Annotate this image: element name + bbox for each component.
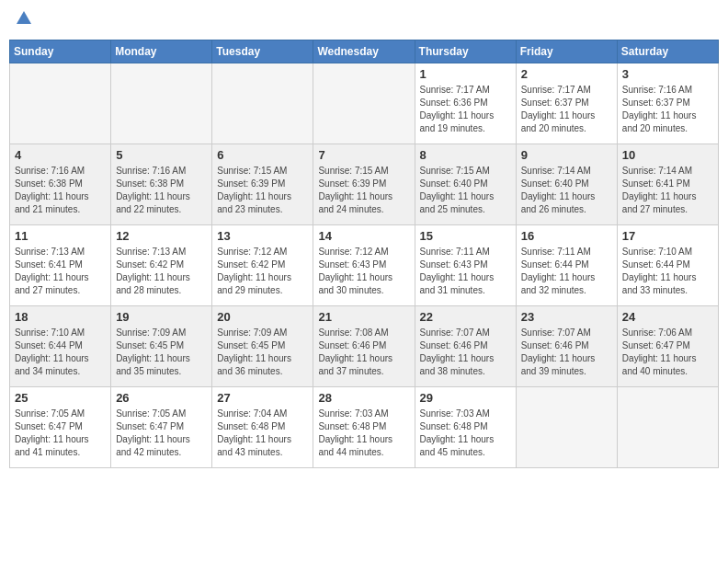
day-info: Sunrise: 7:14 AM Sunset: 6:40 PM Dayligh… [521, 165, 612, 216]
day-number: 13 [217, 229, 308, 243]
header [9, 9, 719, 32]
calendar-cell: 7Sunrise: 7:15 AM Sunset: 6:39 PM Daylig… [313, 144, 415, 225]
calendar-table: SundayMondayTuesdayWednesdayThursdayFrid… [9, 40, 719, 468]
day-number: 5 [116, 148, 207, 162]
header-friday: Friday [516, 40, 617, 63]
calendar-cell: 16Sunrise: 7:11 AM Sunset: 6:44 PM Dayli… [516, 225, 617, 306]
day-number: 7 [318, 148, 409, 162]
day-number: 3 [622, 67, 713, 81]
day-info: Sunrise: 7:15 AM Sunset: 6:39 PM Dayligh… [318, 165, 409, 216]
header-thursday: Thursday [415, 40, 516, 63]
calendar-cell: 12Sunrise: 7:13 AM Sunset: 6:42 PM Dayli… [111, 225, 212, 306]
day-number: 23 [521, 310, 612, 324]
day-info: Sunrise: 7:07 AM Sunset: 6:46 PM Dayligh… [521, 327, 612, 378]
day-info: Sunrise: 7:17 AM Sunset: 6:37 PM Dayligh… [521, 84, 612, 135]
calendar-cell: 6Sunrise: 7:15 AM Sunset: 6:39 PM Daylig… [212, 144, 313, 225]
day-number: 10 [622, 148, 713, 162]
day-info: Sunrise: 7:15 AM Sunset: 6:40 PM Dayligh… [420, 165, 511, 216]
calendar-week-row: 11Sunrise: 7:13 AM Sunset: 6:41 PM Dayli… [10, 225, 719, 306]
day-number: 6 [217, 148, 308, 162]
calendar-week-row: 4Sunrise: 7:16 AM Sunset: 6:38 PM Daylig… [10, 144, 719, 225]
day-info: Sunrise: 7:09 AM Sunset: 6:45 PM Dayligh… [116, 327, 207, 378]
calendar-cell: 5Sunrise: 7:16 AM Sunset: 6:38 PM Daylig… [111, 144, 212, 225]
header-saturday: Saturday [617, 40, 718, 63]
day-number: 14 [318, 229, 409, 243]
day-info: Sunrise: 7:16 AM Sunset: 6:37 PM Dayligh… [622, 84, 713, 135]
day-info: Sunrise: 7:07 AM Sunset: 6:46 PM Dayligh… [420, 327, 511, 378]
day-info: Sunrise: 7:03 AM Sunset: 6:48 PM Dayligh… [318, 408, 409, 459]
calendar-cell: 25Sunrise: 7:05 AM Sunset: 6:47 PM Dayli… [10, 387, 111, 468]
calendar-cell: 18Sunrise: 7:10 AM Sunset: 6:44 PM Dayli… [10, 306, 111, 387]
day-info: Sunrise: 7:06 AM Sunset: 6:47 PM Dayligh… [622, 327, 713, 378]
day-number: 28 [318, 391, 409, 405]
calendar-week-row: 25Sunrise: 7:05 AM Sunset: 6:47 PM Dayli… [10, 387, 719, 468]
logo-text [13, 9, 33, 32]
day-number: 1 [420, 67, 511, 81]
day-info: Sunrise: 7:08 AM Sunset: 6:46 PM Dayligh… [318, 327, 409, 378]
day-info: Sunrise: 7:12 AM Sunset: 6:43 PM Dayligh… [318, 246, 409, 297]
svg-marker-0 [17, 11, 31, 24]
calendar-cell: 28Sunrise: 7:03 AM Sunset: 6:48 PM Dayli… [313, 387, 415, 468]
day-number: 29 [420, 391, 511, 405]
day-info: Sunrise: 7:15 AM Sunset: 6:39 PM Dayligh… [217, 165, 308, 216]
header-monday: Monday [111, 40, 212, 63]
day-number: 17 [622, 229, 713, 243]
day-number: 27 [217, 391, 308, 405]
calendar-cell: 27Sunrise: 7:04 AM Sunset: 6:48 PM Dayli… [212, 387, 313, 468]
header-wednesday: Wednesday [313, 40, 415, 63]
calendar-cell: 24Sunrise: 7:06 AM Sunset: 6:47 PM Dayli… [617, 306, 718, 387]
day-number: 9 [521, 148, 612, 162]
calendar-cell [111, 63, 212, 144]
day-info: Sunrise: 7:11 AM Sunset: 6:44 PM Dayligh… [521, 246, 612, 297]
calendar-cell: 22Sunrise: 7:07 AM Sunset: 6:46 PM Dayli… [415, 306, 516, 387]
day-info: Sunrise: 7:14 AM Sunset: 6:41 PM Dayligh… [622, 165, 713, 216]
calendar-cell [516, 387, 617, 468]
day-info: Sunrise: 7:09 AM Sunset: 6:45 PM Dayligh… [217, 327, 308, 378]
day-number: 20 [217, 310, 308, 324]
day-number: 2 [521, 67, 612, 81]
calendar-week-row: 1Sunrise: 7:17 AM Sunset: 6:36 PM Daylig… [10, 63, 719, 144]
day-info: Sunrise: 7:04 AM Sunset: 6:48 PM Dayligh… [217, 408, 308, 459]
day-info: Sunrise: 7:05 AM Sunset: 6:47 PM Dayligh… [116, 408, 207, 459]
calendar-cell: 2Sunrise: 7:17 AM Sunset: 6:37 PM Daylig… [516, 63, 617, 144]
day-number: 21 [318, 310, 409, 324]
calendar-cell: 14Sunrise: 7:12 AM Sunset: 6:43 PM Dayli… [313, 225, 415, 306]
calendar-cell: 29Sunrise: 7:03 AM Sunset: 6:48 PM Dayli… [415, 387, 516, 468]
calendar-cell: 20Sunrise: 7:09 AM Sunset: 6:45 PM Dayli… [212, 306, 313, 387]
day-info: Sunrise: 7:11 AM Sunset: 6:43 PM Dayligh… [420, 246, 511, 297]
header-tuesday: Tuesday [212, 40, 313, 63]
calendar-cell: 17Sunrise: 7:10 AM Sunset: 6:44 PM Dayli… [617, 225, 718, 306]
day-number: 16 [521, 229, 612, 243]
calendar-cell: 8Sunrise: 7:15 AM Sunset: 6:40 PM Daylig… [415, 144, 516, 225]
calendar-cell: 26Sunrise: 7:05 AM Sunset: 6:47 PM Dayli… [111, 387, 212, 468]
logo [13, 9, 33, 32]
calendar-cell: 21Sunrise: 7:08 AM Sunset: 6:46 PM Dayli… [313, 306, 415, 387]
day-number: 26 [116, 391, 207, 405]
day-info: Sunrise: 7:05 AM Sunset: 6:47 PM Dayligh… [15, 408, 106, 459]
header-sunday: Sunday [10, 40, 111, 63]
calendar-cell: 23Sunrise: 7:07 AM Sunset: 6:46 PM Dayli… [516, 306, 617, 387]
day-number: 25 [15, 391, 106, 405]
calendar-cell: 11Sunrise: 7:13 AM Sunset: 6:41 PM Dayli… [10, 225, 111, 306]
day-number: 24 [622, 310, 713, 324]
day-number: 22 [420, 310, 511, 324]
day-info: Sunrise: 7:10 AM Sunset: 6:44 PM Dayligh… [622, 246, 713, 297]
day-info: Sunrise: 7:03 AM Sunset: 6:48 PM Dayligh… [420, 408, 511, 459]
calendar-cell [10, 63, 111, 144]
day-number: 11 [15, 229, 106, 243]
calendar-cell: 1Sunrise: 7:17 AM Sunset: 6:36 PM Daylig… [415, 63, 516, 144]
logo-icon [15, 9, 33, 28]
calendar-cell: 15Sunrise: 7:11 AM Sunset: 6:43 PM Dayli… [415, 225, 516, 306]
day-number: 4 [15, 148, 106, 162]
day-number: 18 [15, 310, 106, 324]
day-info: Sunrise: 7:12 AM Sunset: 6:42 PM Dayligh… [217, 246, 308, 297]
day-number: 12 [116, 229, 207, 243]
calendar-header-row: SundayMondayTuesdayWednesdayThursdayFrid… [10, 40, 719, 63]
day-info: Sunrise: 7:16 AM Sunset: 6:38 PM Dayligh… [116, 165, 207, 216]
calendar-cell [212, 63, 313, 144]
calendar-week-row: 18Sunrise: 7:10 AM Sunset: 6:44 PM Dayli… [10, 306, 719, 387]
day-info: Sunrise: 7:13 AM Sunset: 6:42 PM Dayligh… [116, 246, 207, 297]
calendar-cell: 9Sunrise: 7:14 AM Sunset: 6:40 PM Daylig… [516, 144, 617, 225]
calendar-cell [313, 63, 415, 144]
day-number: 15 [420, 229, 511, 243]
